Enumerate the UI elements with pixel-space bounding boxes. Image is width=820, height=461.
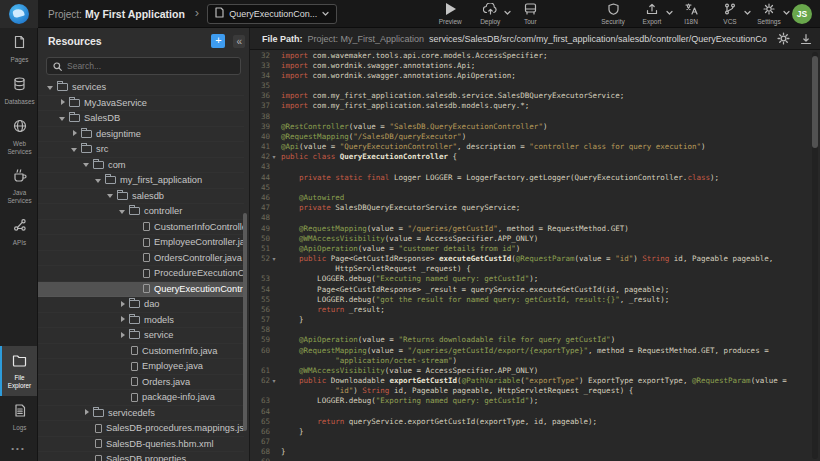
tree-folder-salesdb[interactable]: SalesDB (38, 111, 244, 127)
code-line: 37import com.my_first_application.salesd… (250, 101, 820, 111)
file-icon (131, 393, 138, 402)
preview-button[interactable]: Preview (437, 3, 463, 25)
add-resource-button[interactable]: + (211, 34, 225, 48)
tree-folder-models[interactable]: models (38, 313, 244, 329)
tour-button[interactable]: Tour (517, 3, 543, 25)
folder-icon (81, 130, 92, 138)
tree-toggle-icon[interactable] (46, 83, 55, 92)
tree-folder-dao[interactable]: dao (38, 297, 244, 313)
line-number: 35 (250, 81, 270, 90)
vcs-button[interactable]: VCS (717, 3, 743, 25)
tree-file-orderscontroller-java[interactable]: OrdersController.java (38, 251, 244, 267)
user-avatar[interactable]: JS (792, 4, 812, 24)
web-services-icon (13, 119, 27, 137)
tree-toggle-icon[interactable] (70, 129, 79, 138)
fold-toggle-icon[interactable]: ▾ (270, 152, 278, 162)
i18n-button[interactable]: I18N (678, 3, 704, 25)
rail-item-pages[interactable]: Pages (0, 28, 37, 70)
tree-toggle-icon[interactable] (82, 408, 91, 417)
tree-item-label: dao (144, 299, 160, 309)
code-line: 43 (250, 162, 820, 172)
tree-file-procedureexecutioncontroller-java[interactable]: ProcedureExecutionController.java (38, 266, 244, 282)
tree-folder-designtime[interactable]: designtime (38, 127, 244, 143)
tree-toggle-icon[interactable] (94, 176, 103, 185)
rail-item-apis[interactable]: APIs (0, 211, 37, 253)
toolbar-left-actions: Preview Deploy Tour (437, 3, 543, 25)
tree-file-salesdb-procedures-mappings-json[interactable]: SalesDB-procedures.mappings.json (38, 421, 244, 437)
rail-item-logs[interactable]: Logs (0, 396, 37, 438)
resources-title: Resources (48, 35, 211, 47)
tree-file-salesdb-properties[interactable]: SalesDB.properties (38, 452, 244, 461)
tree-folder-myjavaservice[interactable]: MyJavaService (38, 96, 244, 112)
line-number: 61 (250, 366, 270, 375)
tree-toggle-icon[interactable] (106, 191, 115, 200)
line-number: 49 (250, 224, 270, 233)
tree-file-package-info-java[interactable]: package-info.java (38, 390, 244, 406)
rail-item-web-services[interactable]: Web Services (0, 112, 37, 162)
tree-folder-com[interactable]: com (38, 158, 244, 174)
tree-folder-service[interactable]: service (38, 328, 244, 344)
code-editor[interactable]: 32import com.wavemaker.tools.api.core.mo… (250, 50, 820, 461)
code-text: @WMAccessVisibility(value = AccessSpecif… (281, 234, 538, 243)
tree-item-label: CustomerInfo.java (142, 346, 217, 356)
file-selector-dropdown[interactable]: QueryExecutionCon... (207, 4, 337, 24)
tree-folder-controller[interactable]: controller (38, 204, 244, 220)
fold-toggle-icon[interactable]: ▾ (270, 254, 278, 264)
code-line: 44 private static final Logger LOGGER = … (250, 172, 820, 182)
search-input[interactable] (67, 61, 234, 71)
tree-toggle-icon[interactable] (118, 315, 127, 324)
editor-settings-icon[interactable] (777, 32, 790, 45)
tree-folder-salesdb[interactable]: salesdb (38, 189, 244, 205)
code-line: 41@Api(value = "QueryExecutionController… (250, 142, 820, 152)
tree-toggle-icon[interactable] (118, 331, 127, 340)
file-explorer-icon (12, 353, 27, 371)
folder-icon (105, 176, 116, 184)
logs-icon (14, 403, 26, 421)
tree-file-customerinfo-java[interactable]: CustomerInfo.java (38, 344, 244, 360)
tree-toggle-icon[interactable] (118, 300, 127, 309)
java-services-icon (13, 168, 27, 186)
code-line: HttpServletRequest _request) { (250, 264, 820, 274)
line-number: 40 (250, 132, 270, 141)
tree-item-label: MyJavaService (84, 98, 147, 108)
tree-folder-services[interactable]: services (38, 80, 244, 96)
tree-toggle-icon[interactable] (70, 145, 79, 154)
tree-item-label: QueryExecutionController.java (154, 284, 244, 294)
code-text: } (281, 427, 304, 436)
tree-folder-my-first-application[interactable]: my_first_application (38, 173, 244, 189)
download-file-icon[interactable] (800, 33, 812, 45)
resources-search[interactable] (46, 57, 241, 75)
fold-toggle-icon[interactable]: ▾ (270, 376, 278, 386)
line-number: 33 (250, 61, 270, 70)
tree-toggle-icon[interactable] (118, 207, 127, 216)
security-button[interactable]: Security (600, 3, 626, 25)
tree-file-employee-java[interactable]: Employee.java (38, 359, 244, 375)
tree-file-orders-java[interactable]: Orders.java (38, 375, 244, 391)
tree-folder-servicedefs[interactable]: servicedefs (38, 406, 244, 422)
rail-item-java-services[interactable]: Java Services (0, 161, 37, 211)
folder-icon (129, 331, 140, 339)
code-text: "id") String id, Pageable pageable, Http… (281, 386, 633, 395)
file-icon (143, 222, 150, 231)
rail-item-file-explorer[interactable]: File Explorer (0, 346, 37, 396)
tree-file-customerinfocontroller-java[interactable]: CustomerInfoController.java (38, 220, 244, 236)
collapse-panel-button[interactable]: « (233, 35, 245, 48)
tree-file-employeecontroller-java[interactable]: EmployeeController.java (38, 235, 244, 251)
wavemaker-logo[interactable] (0, 0, 38, 28)
more-options-icon[interactable]: ••• (0, 438, 37, 461)
tree-folder-src[interactable]: src (38, 142, 244, 158)
export-button[interactable]: Export (639, 3, 665, 25)
code-line: 68} (250, 447, 820, 457)
editor-scrollbar-thumb[interactable] (812, 56, 818, 148)
deploy-button[interactable]: Deploy (477, 3, 503, 25)
tree-file-queryexecutioncontroller-java[interactable]: QueryExecutionController.java (38, 282, 244, 298)
tree-toggle-icon[interactable] (58, 114, 67, 123)
tree-file-salesdb-queries-hbm-xml[interactable]: SalesDB-queries.hbm.xml (38, 437, 244, 453)
tree-toggle-icon[interactable] (58, 98, 67, 107)
tree-toggle-icon[interactable] (82, 160, 91, 169)
code-line: 53 LOGGER.debug("Executing named query: … (250, 274, 820, 284)
tree-item-label: controller (144, 206, 182, 216)
tree-scrollbar[interactable] (243, 213, 247, 431)
settings-button[interactable]: Settings (756, 3, 782, 25)
rail-item-databases[interactable]: Databases (0, 70, 37, 112)
